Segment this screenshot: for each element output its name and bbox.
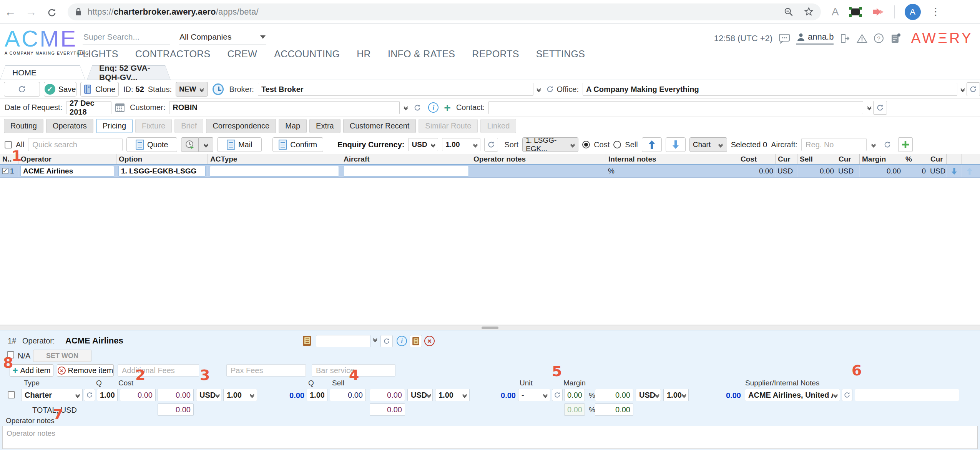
add-item-button[interactable]: + Add item [10, 364, 53, 377]
nav-item-reports[interactable]: REPORTS [472, 48, 519, 60]
tab-enquiry[interactable]: Enq: 52 GVA-BQH-GV... [87, 65, 171, 80]
item-supplier-select[interactable]: ACME Airlines, United Arab [745, 389, 840, 401]
tab-map[interactable]: Map [279, 119, 307, 133]
company-filter-select[interactable]: All Companies [179, 31, 266, 45]
quote-history-splitbutton[interactable] [181, 137, 213, 152]
operator-notes-textarea[interactable] [2, 426, 978, 449]
select-all-checkbox[interactable] [5, 141, 12, 148]
col-cost[interactable]: Cost [738, 154, 776, 164]
nav-item-settings[interactable]: SETTINGS [536, 48, 585, 60]
item-margin-currency-select[interactable]: USD [636, 389, 661, 401]
mail-button[interactable]: Mail [217, 137, 262, 152]
col-margin-cur[interactable]: Cur [928, 154, 947, 164]
detail-info-icon[interactable]: i [397, 336, 407, 346]
move-down-button[interactable] [666, 137, 686, 152]
browser-forward-icon[interactable]: → [21, 5, 42, 18]
clone-button[interactable]: Clone [80, 82, 118, 97]
row-sell-cur[interactable]: USD [836, 165, 860, 177]
item-margin-input[interactable] [595, 389, 633, 401]
contact-chevron-icon[interactable] [866, 105, 872, 110]
detail-book-button[interactable] [410, 335, 422, 347]
row-aircraft-input[interactable] [343, 166, 469, 177]
sort-select[interactable]: 1. LSGG-EGK... [522, 137, 578, 152]
item-margin-rate-field[interactable]: 1.00 [663, 389, 689, 401]
item-sell-total-input[interactable] [370, 389, 405, 401]
browser-back-icon[interactable]: ← [0, 5, 21, 18]
splitter[interactable] [0, 325, 980, 330]
aircraft-reg-input[interactable] [801, 138, 867, 151]
quote-button[interactable]: Quote [126, 137, 177, 152]
chat-icon[interactable] [779, 33, 790, 44]
customer-reload-icon[interactable] [410, 101, 424, 115]
set-won-button[interactable]: SET WON [33, 350, 91, 362]
col-operator[interactable]: Operator [18, 154, 116, 164]
row-actype-input[interactable] [210, 166, 339, 177]
detail-remove-icon[interactable]: × [424, 336, 435, 346]
super-search-input[interactable] [83, 31, 170, 45]
aircraft-chevron-icon[interactable] [870, 143, 877, 147]
contact-field[interactable] [488, 101, 863, 114]
item-cost-currency-select[interactable]: USD [196, 389, 221, 401]
nav-item-contractors[interactable]: CONTRACTORS [135, 48, 211, 60]
lookup-reload-button[interactable] [380, 335, 393, 347]
calendar-icon[interactable] [115, 102, 125, 113]
col-margin-pct[interactable]: % [903, 154, 928, 164]
item-type-select[interactable]: Charter [21, 389, 83, 401]
office-field[interactable]: A Company Making Everything [583, 83, 957, 96]
customer-field[interactable]: ROBIN [169, 101, 400, 114]
customer-chevron-icon[interactable] [403, 105, 409, 110]
item-type-reload-button[interactable] [84, 389, 95, 401]
col-sell[interactable]: Sell [797, 154, 836, 164]
col-internal-notes[interactable]: Internal notes [606, 154, 738, 164]
rate-reload-button[interactable] [484, 138, 498, 152]
row-cost[interactable]: 0.00 [738, 165, 776, 177]
nav-item-hr[interactable]: HR [357, 48, 371, 60]
broker-field[interactable]: Test Broker [258, 83, 533, 96]
date-field[interactable]: 27 Dec 2018 [66, 101, 111, 114]
user-menu[interactable]: anna.b [796, 32, 834, 45]
row-internal-notes[interactable]: % [606, 165, 738, 177]
detail-lookup-input[interactable] [316, 335, 370, 347]
broker-reload-icon[interactable] [543, 82, 556, 96]
tab-operators[interactable]: Operators [46, 119, 93, 133]
tab-extra[interactable]: Extra [309, 119, 341, 133]
warning-icon[interactable] [857, 33, 867, 43]
row-move-down-icon[interactable] [947, 165, 962, 177]
item-supplier-reload-button[interactable] [842, 389, 852, 401]
contact-reload-button[interactable] [873, 101, 887, 115]
nav-item-flights[interactable]: FLIGHTS [77, 48, 118, 60]
status-select[interactable]: NEW [176, 82, 208, 97]
confirm-button[interactable]: Confirm [272, 137, 323, 152]
browser-reload-icon[interactable] [42, 5, 62, 18]
item-cost-unit-input[interactable] [120, 389, 156, 401]
col-operator-notes[interactable]: Operator notes [471, 154, 606, 164]
cost-radio[interactable] [582, 141, 590, 148]
pricing-row-1[interactable]: ✓ 1 % 0.00 USD 0.00 USD 0.00 0 USD [0, 165, 980, 178]
notes-icon[interactable] [890, 33, 901, 44]
item-sell-currency-select[interactable]: USD [407, 389, 433, 401]
item-sell-q-input[interactable] [307, 389, 327, 401]
row-option-input[interactable] [118, 166, 206, 177]
tab-routing[interactable]: Routing [4, 119, 43, 133]
add-customer-icon[interactable]: + [444, 102, 451, 113]
extension-a-icon[interactable]: A [832, 6, 839, 18]
broker-chevron-icon[interactable] [536, 87, 542, 92]
col-aircraft[interactable]: Aircraft [341, 154, 471, 164]
row-operator-input[interactable] [20, 166, 114, 177]
bookmark-star-icon[interactable] [804, 7, 814, 17]
address-bar[interactable]: https://charterbroker.awery.aero/apps/be… [68, 3, 821, 20]
arrow-extension-icon[interactable] [872, 7, 884, 17]
item-notes-input[interactable] [855, 389, 959, 401]
browser-profile-avatar[interactable]: A [905, 4, 921, 20]
refresh-button[interactable] [4, 82, 40, 97]
splitter-handle[interactable] [482, 327, 498, 329]
lookup-chevron-icon[interactable] [372, 337, 378, 342]
customer-info-icon[interactable]: i [428, 102, 439, 113]
remove-item-button[interactable]: × Remove item [57, 364, 114, 377]
browser-menu-icon[interactable]: ⋮ [931, 6, 941, 18]
tab-customer-recent[interactable]: Customer Recent [343, 119, 416, 133]
chart-select[interactable]: Chart [689, 137, 727, 152]
item-sell-unit-input[interactable] [330, 389, 366, 401]
nav-item-accounting[interactable]: ACCOUNTING [274, 48, 340, 60]
row-cost-cur[interactable]: USD [776, 165, 797, 177]
